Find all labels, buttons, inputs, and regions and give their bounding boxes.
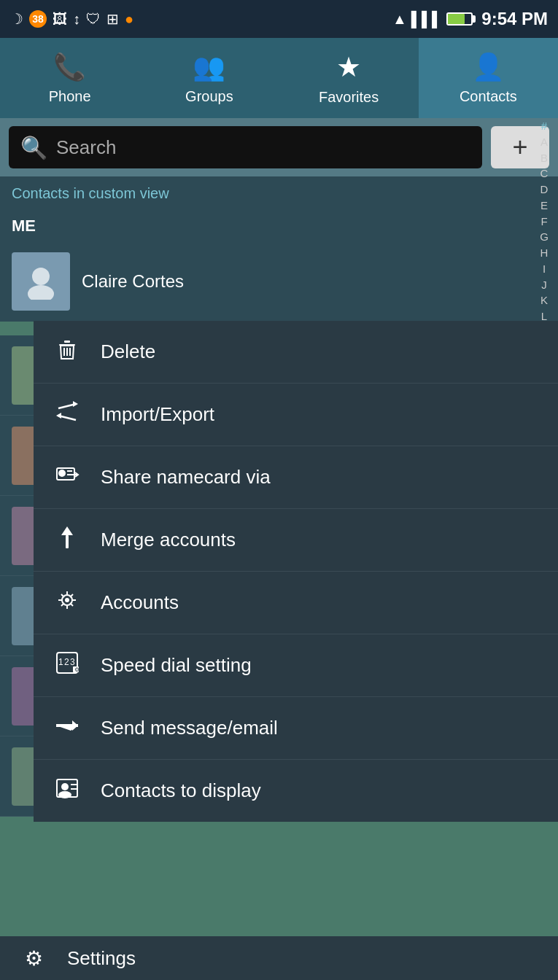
status-bar-left: ☽ 38 🖼 ↕ 🛡 ⊞ ● <box>10 10 133 28</box>
svg-line-26 <box>70 594 73 597</box>
menu-item-speed-dial[interactable]: 1 2 3 ⚙ Speed dial setting <box>34 634 558 697</box>
tab-groups-label: Groups <box>185 88 233 105</box>
menu-delete-label: Delete <box>101 341 155 363</box>
import-export-icon <box>51 400 83 429</box>
contact-preview-row[interactable]: Claire Cortes <box>0 241 558 322</box>
menu-speed-dial-label: Speed dial setting <box>101 654 252 677</box>
menu-import-export-label: Import/Export <box>101 403 214 426</box>
tab-favorites[interactable]: ★ Favorites <box>279 38 419 118</box>
search-icon: 🔍 <box>20 135 47 160</box>
battery-icon <box>446 12 473 26</box>
search-row: 🔍 Search + <box>0 118 558 176</box>
signal-icon: ▌▌▌ <box>411 11 443 28</box>
menu-send-message-label: Send message/email <box>101 717 278 739</box>
menu-item-settings-partial[interactable]: ⚙ Settings <box>0 936 558 980</box>
menu-share-namecard-label: Share namecard via <box>101 466 271 489</box>
menu-item-delete[interactable]: Delete <box>34 321 558 384</box>
svg-point-40 <box>58 791 71 798</box>
time-display: 9:54 PM <box>481 9 548 29</box>
svg-rect-3 <box>64 341 70 343</box>
menu-item-contacts-display[interactable]: Contacts to display <box>34 760 558 822</box>
tab-contacts-label: Contacts <box>460 88 517 105</box>
accounts-icon <box>51 588 83 618</box>
transfer-icon: ↕ <box>73 11 80 28</box>
svg-line-24 <box>61 594 64 597</box>
phone-icon: 📞 <box>53 52 86 82</box>
svg-point-0 <box>32 268 50 285</box>
context-menu: Delete Import/Export Share namecard via <box>34 321 558 822</box>
notification-badge: 38 <box>29 10 47 28</box>
menu-item-share-namecard[interactable]: Share namecard via <box>34 446 558 509</box>
menu-contacts-display-label: Contacts to display <box>101 779 261 802</box>
svg-point-1 <box>28 285 54 300</box>
alpha-b[interactable]: B <box>540 150 548 166</box>
alpha-k[interactable]: K <box>540 292 548 308</box>
contacts-display-icon <box>51 776 83 806</box>
alpha-f[interactable]: F <box>540 214 547 230</box>
share-namecard-icon <box>51 462 83 492</box>
svg-text:3: 3 <box>70 657 75 667</box>
speed-dial-icon: 1 2 3 ⚙ <box>51 650 83 680</box>
menu-merge-accounts-label: Merge accounts <box>101 529 236 551</box>
svg-text:1: 1 <box>58 657 63 667</box>
svg-marker-10 <box>56 413 61 419</box>
svg-marker-37 <box>72 720 78 731</box>
svg-text:⚙: ⚙ <box>74 666 80 673</box>
contact-avatar-me <box>12 252 70 311</box>
menu-item-merge-accounts[interactable]: Merge accounts <box>34 509 558 572</box>
search-box[interactable]: 🔍 Search <box>9 126 482 168</box>
svg-line-25 <box>70 603 73 606</box>
alpha-i[interactable]: I <box>543 261 546 277</box>
tab-favorites-label: Favorites <box>319 89 379 106</box>
merge-accounts-icon <box>51 525 83 555</box>
menu-accounts-label: Accounts <box>101 591 179 614</box>
alpha-d[interactable]: D <box>540 182 549 198</box>
alpha-a[interactable]: A <box>540 134 548 150</box>
menu-item-send-message[interactable]: Send message/email <box>34 697 558 760</box>
status-bar-right: ▲ ▌▌▌ 9:54 PM <box>392 9 548 29</box>
alpha-g[interactable]: G <box>540 229 549 245</box>
svg-point-23 <box>65 598 69 602</box>
contact-name-me: Claire Cortes <box>82 271 184 292</box>
delete-icon <box>51 337 83 367</box>
menu-settings-label: Settings <box>67 947 136 970</box>
svg-text:2: 2 <box>64 657 69 667</box>
svg-marker-8 <box>73 401 78 407</box>
menu-item-accounts[interactable]: Accounts <box>34 572 558 634</box>
search-placeholder-text: Search <box>56 136 116 159</box>
favorites-icon: ★ <box>336 51 361 83</box>
alpha-j[interactable]: J <box>541 277 547 293</box>
app-icon: ⊞ <box>106 10 119 28</box>
svg-point-12 <box>59 470 65 476</box>
tab-phone[interactable]: 📞 Phone <box>0 38 139 118</box>
orange-dot-icon: ● <box>125 11 133 28</box>
svg-marker-16 <box>61 526 73 535</box>
groups-icon: 👥 <box>193 52 225 82</box>
shield-icon: 🛡 <box>86 11 101 28</box>
send-message-icon <box>51 713 83 743</box>
contacts-custom-view-text: Contacts in custom view <box>12 185 169 201</box>
alpha-c[interactable]: C <box>540 166 549 182</box>
menu-item-import-export[interactable]: Import/Export <box>34 384 558 446</box>
svg-line-27 <box>61 603 64 606</box>
image-icon: 🖼 <box>53 11 67 28</box>
moon-icon: ☽ <box>10 10 23 28</box>
me-section-label: ME <box>0 211 558 241</box>
wifi-icon: ▲ <box>392 11 407 28</box>
alpha-e[interactable]: E <box>540 198 548 214</box>
contacts-list-header: Contacts in custom view <box>0 176 558 211</box>
tab-phone-label: Phone <box>49 88 91 105</box>
tab-bar: 📞 Phone 👥 Groups ★ Favorites 👤 Contacts <box>0 38 558 118</box>
svg-rect-17 <box>66 535 69 548</box>
alpha-h[interactable]: H <box>540 245 549 261</box>
svg-point-39 <box>61 783 69 790</box>
contacts-icon: 👤 <box>472 52 505 82</box>
status-bar: ☽ 38 🖼 ↕ 🛡 ⊞ ● ▲ ▌▌▌ 9:54 PM <box>0 0 558 38</box>
settings-icon: ⚙ <box>18 946 50 971</box>
tab-groups[interactable]: 👥 Groups <box>139 38 279 118</box>
alpha-hash[interactable]: # <box>541 118 547 134</box>
